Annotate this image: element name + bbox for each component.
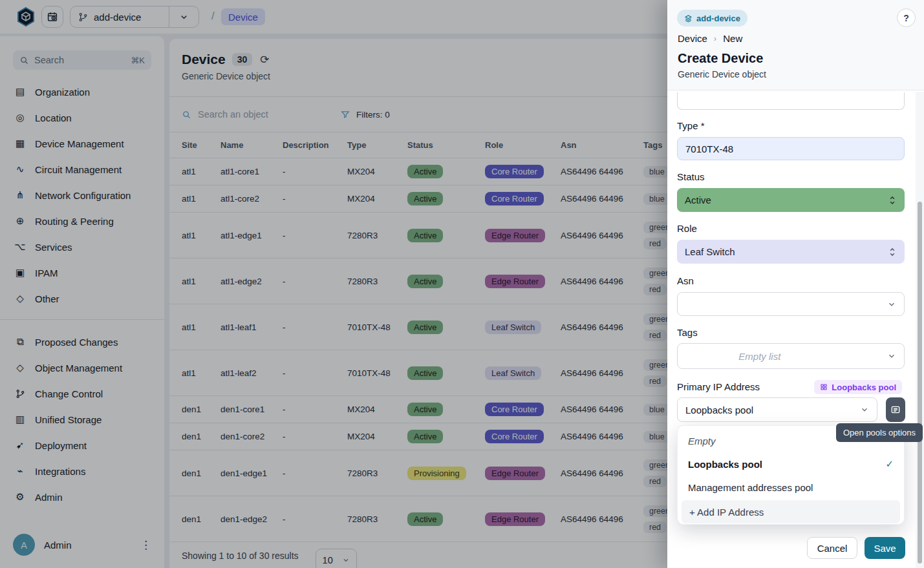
type-value: 7010TX-48 xyxy=(685,143,733,154)
asn-label: Asn xyxy=(677,275,694,286)
cancel-button[interactable]: Cancel xyxy=(807,537,857,559)
panel-header: add-device ? Device › New Create Device … xyxy=(667,0,924,90)
type-input[interactable]: 7010TX-48 xyxy=(677,137,905,160)
list-icon xyxy=(890,405,901,415)
pool-badge-label: Loopbacks pool xyxy=(832,383,896,392)
status-label: Status xyxy=(677,171,705,182)
clipped-field[interactable] xyxy=(677,92,905,110)
tooltip: Open pools options xyxy=(836,423,923,442)
pool-option-label: Management addresses pool xyxy=(688,482,813,493)
grid-icon xyxy=(820,383,828,391)
pool-badge: Loopbacks pool xyxy=(814,380,902,394)
asn-select[interactable] xyxy=(677,292,905,316)
tags-select[interactable]: Empty list xyxy=(677,343,905,369)
panel-breadcrumb: Device › New xyxy=(678,33,742,44)
role-value: Leaf Switch xyxy=(685,246,735,257)
role-label: Role xyxy=(677,223,697,234)
layers-icon xyxy=(684,14,693,23)
branch-badge-label: add-device xyxy=(696,14,740,23)
type-label: Type * xyxy=(677,120,705,131)
chevron-down-icon xyxy=(887,300,896,309)
app-window: add-device / Device Search ⌘K ▤Organizat… xyxy=(0,0,924,568)
create-device-panel: add-device ? Device › New Create Device … xyxy=(667,0,924,568)
tags-placeholder: Empty list xyxy=(738,351,780,362)
chevron-down-icon xyxy=(860,405,869,414)
check-icon: ✓ xyxy=(885,458,894,470)
open-pools-button[interactable] xyxy=(886,397,905,422)
pool-option-label: Loopbacks pool xyxy=(688,459,762,470)
status-select[interactable]: Active xyxy=(677,188,905,212)
primary-ip-select[interactable]: Loopbacks pool xyxy=(677,397,877,422)
primary-ip-label: Primary IP Address xyxy=(677,381,760,392)
add-ip-address-option[interactable]: + Add IP Address xyxy=(682,500,900,523)
primary-ip-value: Loopbacks pool xyxy=(685,405,753,415)
status-value: Active xyxy=(685,195,711,205)
pool-option-label: Empty xyxy=(688,436,716,447)
chevron-up-down-icon xyxy=(888,195,897,205)
panel-scrollbar-thumb[interactable] xyxy=(918,202,922,563)
tags-label: Tags xyxy=(677,327,698,338)
pool-option-management-addresses-pool[interactable]: Management addresses pool xyxy=(682,476,900,499)
save-button[interactable]: Save xyxy=(865,537,905,559)
chevron-right-icon: › xyxy=(714,34,716,43)
branch-badge: add-device xyxy=(677,10,747,26)
chevron-up-down-icon xyxy=(888,247,897,257)
breadcrumb-new: New xyxy=(723,33,742,44)
panel-subtitle: Generic Device object xyxy=(678,69,766,79)
breadcrumb-device[interactable]: Device xyxy=(678,33,707,44)
panel-title: Create Device xyxy=(678,51,763,66)
role-select[interactable]: Leaf Switch xyxy=(677,240,905,264)
help-button[interactable]: ? xyxy=(897,8,916,27)
pool-option-loopbacks-pool[interactable]: Loopbacks pool✓ xyxy=(682,452,900,476)
chevron-down-icon xyxy=(887,352,896,361)
